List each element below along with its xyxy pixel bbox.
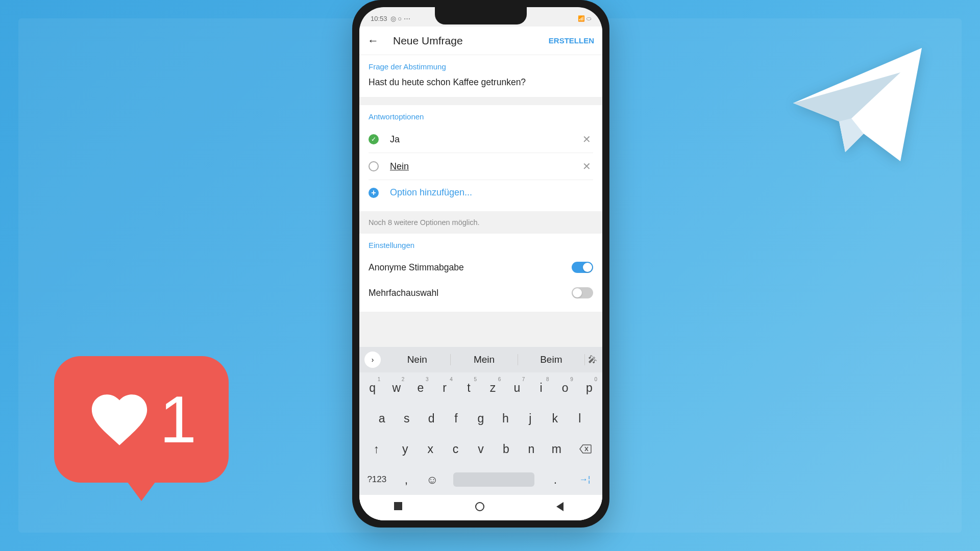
keyboard: › Nein Mein Beim 🎤︎ q1w2e3r4t5z6u7i8o9p0… [359, 347, 602, 520]
shift-key[interactable]: ↑ [361, 437, 391, 461]
emoji-key[interactable]: ☺ [420, 467, 444, 492]
key-b[interactable]: b [495, 437, 518, 461]
enter-key[interactable]: →¦ [569, 467, 600, 492]
check-icon[interactable]: ✓ [369, 134, 379, 144]
answers-section: Antwortoptionen ✓ Ja ✕ Nein ✕ + Option h… [359, 105, 602, 211]
remove-option-icon[interactable]: ✕ [580, 160, 593, 172]
mic-icon[interactable]: 🎤︎ [585, 355, 600, 365]
back-button[interactable]: ← [368, 34, 382, 47]
heart-icon [86, 386, 153, 453]
backspace-key[interactable] [570, 437, 600, 461]
key-g[interactable]: g [470, 406, 492, 431]
key-w[interactable]: w2 [385, 375, 407, 400]
key-a[interactable]: a [371, 406, 393, 431]
key-x[interactable]: x [419, 437, 442, 461]
multi-toggle[interactable] [572, 287, 593, 298]
create-button[interactable]: ERSTELLEN [549, 36, 594, 45]
suggestion-2[interactable]: Mein [451, 354, 518, 365]
question-section: Frage der Abstimmung Hast du heute schon… [359, 55, 602, 97]
nav-back[interactable] [556, 502, 568, 513]
key-o[interactable]: o9 [554, 375, 576, 400]
status-time: 10:53 [371, 15, 387, 22]
expand-suggestions-icon[interactable]: › [364, 352, 381, 368]
period-key[interactable]: . [544, 467, 568, 492]
key-h[interactable]: h [494, 406, 517, 431]
app-header: ← Neue Umfrage ERSTELLEN [359, 27, 602, 55]
settings-label: Einstellungen [369, 241, 593, 249]
space-key[interactable] [446, 467, 542, 492]
numeric-key[interactable]: ?123 [361, 467, 393, 492]
key-r[interactable]: r4 [434, 375, 456, 400]
add-option-row[interactable]: + Option hinzufügen... [369, 180, 593, 205]
settings-section: Einstellungen Anonyme Stimmabgabe Mehrfa… [359, 234, 602, 312]
like-count: 1 [160, 381, 197, 458]
signal-icon: 📶 ⬭ [578, 15, 591, 22]
nav-home[interactable] [475, 502, 486, 513]
anonymous-toggle-row: Anonyme Stimmabgabe [369, 255, 593, 280]
key-z[interactable]: z6 [482, 375, 504, 400]
suggestion-3[interactable]: Beim [518, 354, 585, 365]
key-i[interactable]: i8 [530, 375, 552, 400]
answers-label: Antwortoptionen [369, 112, 593, 121]
multi-toggle-row: Mehrfachauswahl [369, 280, 593, 306]
key-t[interactable]: t5 [458, 375, 480, 400]
status-icon: ◎ ○ ⋯ [390, 15, 410, 22]
like-badge: 1 [54, 356, 229, 483]
key-m[interactable]: m [545, 437, 568, 461]
add-option-label[interactable]: Option hinzufügen... [390, 187, 593, 198]
phone-notch [435, 7, 527, 24]
multi-label: Mehrfachauswahl [369, 288, 438, 298]
suggestion-1[interactable]: Nein [384, 354, 451, 365]
key-s[interactable]: s [395, 406, 418, 431]
key-p[interactable]: p0 [578, 375, 600, 400]
key-u[interactable]: u7 [506, 375, 528, 400]
key-e[interactable]: e3 [409, 375, 431, 400]
key-c[interactable]: c [444, 437, 467, 461]
suggestion-bar: › Nein Mein Beim 🎤︎ [359, 347, 602, 372]
key-v[interactable]: v [469, 437, 492, 461]
key-q[interactable]: q1 [361, 375, 383, 400]
key-j[interactable]: j [519, 406, 542, 431]
anonymous-toggle[interactable] [572, 262, 593, 273]
check-icon-empty[interactable] [369, 161, 379, 171]
page-title: Neue Umfrage [393, 35, 549, 47]
plus-icon[interactable]: + [369, 188, 379, 198]
phone-frame: 10:53 ◎ ○ ⋯ 📶 ⬭ ← Neue Umfrage ERSTELLEN… [352, 0, 609, 528]
comma-key[interactable]: , [395, 467, 419, 492]
question-input[interactable]: Hast du heute schon Kaffee getrunken? [369, 76, 593, 91]
option-row-1[interactable]: ✓ Ja ✕ [369, 126, 593, 153]
nav-recents[interactable] [394, 502, 405, 513]
key-k[interactable]: k [544, 406, 566, 431]
android-nav-bar [359, 495, 602, 520]
option-text[interactable]: Ja [390, 134, 580, 145]
telegram-plane-icon [766, 30, 949, 183]
question-label: Frage der Abstimmung [369, 62, 593, 71]
key-d[interactable]: d [420, 406, 443, 431]
remove-option-icon[interactable]: ✕ [580, 133, 593, 145]
key-n[interactable]: n [520, 437, 543, 461]
key-y[interactable]: y [394, 437, 416, 461]
option-text[interactable]: Nein [390, 161, 580, 172]
key-f[interactable]: f [445, 406, 467, 431]
option-row-2[interactable]: Nein ✕ [369, 153, 593, 180]
phone-screen: 10:53 ◎ ○ ⋯ 📶 ⬭ ← Neue Umfrage ERSTELLEN… [359, 7, 602, 520]
anonymous-label: Anonyme Stimmabgabe [369, 262, 464, 273]
options-hint: Noch 8 weitere Optionen möglich. [359, 211, 602, 234]
key-l[interactable]: l [569, 406, 591, 431]
